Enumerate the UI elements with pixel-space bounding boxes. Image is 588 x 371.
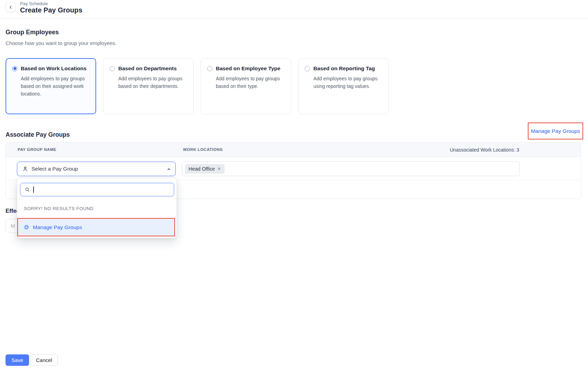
back-button[interactable] bbox=[6, 2, 16, 12]
caret-up-icon bbox=[167, 168, 171, 170]
unassociated-work-locations-count: Unassociated Work Locations: 3 bbox=[450, 147, 519, 153]
column-header-work-locations: WORK LOCATIONS bbox=[183, 147, 223, 152]
pay-group-dropdown: SORRY! NO RESULTS FOUND Manage Pay Group… bbox=[17, 178, 177, 238]
cancel-button[interactable]: Cancel bbox=[30, 354, 58, 366]
option-label: Based on Departments bbox=[118, 65, 177, 72]
option-label: Based on Employee Type bbox=[216, 65, 281, 72]
annotation-box-manage-pay-groups-option: Manage Pay Groups bbox=[17, 218, 175, 236]
annotation-box-manage-pay-groups-link: Manage Pay Groups bbox=[528, 123, 583, 139]
person-icon bbox=[22, 166, 28, 172]
header-divider bbox=[0, 18, 588, 19]
work-location-chip: Head Office bbox=[185, 164, 224, 174]
option-description: Add employees to pay groups using report… bbox=[313, 75, 382, 90]
save-button[interactable]: Save bbox=[6, 354, 29, 366]
column-header-pay-group-name: PAY GROUP NAME bbox=[18, 147, 56, 152]
associate-pay-groups-heading: Associate Pay Groups bbox=[6, 131, 70, 138]
gear-icon bbox=[24, 224, 29, 230]
table-header-row: PAY GROUP NAME WORK LOCATIONS Unassociat… bbox=[6, 143, 581, 157]
no-results-message: SORRY! NO RESULTS FOUND bbox=[24, 206, 93, 211]
work-locations-input[interactable]: Head Office bbox=[182, 161, 520, 176]
option-card-reporting-tag[interactable]: Based on Reporting Tag Add employees to … bbox=[298, 58, 389, 114]
grouping-options: Based on Work Locations Add employees to… bbox=[6, 58, 389, 114]
option-label: Based on Work Locations bbox=[21, 65, 86, 72]
breadcrumb: Pay Schedule bbox=[20, 1, 48, 6]
close-icon[interactable] bbox=[217, 167, 221, 171]
radio-work-locations[interactable] bbox=[12, 66, 17, 71]
search-icon bbox=[25, 187, 30, 192]
option-card-employee-type[interactable]: Based on Employee Type Add employees to … bbox=[201, 58, 291, 114]
option-label: Based on Reporting Tag bbox=[313, 65, 375, 72]
option-description: Add employees to pay groups based on the… bbox=[21, 75, 90, 98]
manage-pay-groups-option[interactable]: Manage Pay Groups bbox=[33, 224, 82, 230]
search-input[interactable] bbox=[20, 183, 174, 196]
group-employees-subtitle: Choose how you want to group your employ… bbox=[6, 40, 117, 46]
chevron-left-icon bbox=[8, 5, 13, 10]
page-title: Create Pay Groups bbox=[20, 6, 82, 14]
option-card-work-locations[interactable]: Based on Work Locations Add employees to… bbox=[6, 58, 96, 114]
radio-departments[interactable] bbox=[110, 66, 115, 71]
text-cursor bbox=[33, 187, 34, 193]
radio-employee-type[interactable] bbox=[207, 66, 212, 71]
pay-group-select-placeholder: Select a Pay Group bbox=[31, 166, 78, 172]
option-description: Add employees to pay groups based on the… bbox=[118, 75, 187, 90]
option-description: Add employees to pay groups based on the… bbox=[216, 75, 285, 90]
option-card-departments[interactable]: Based on Departments Add employees to pa… bbox=[103, 58, 194, 114]
chip-label: Head Office bbox=[189, 166, 215, 172]
radio-reporting-tag[interactable] bbox=[305, 66, 310, 71]
group-employees-heading: Group Employees bbox=[6, 29, 59, 36]
pay-group-select[interactable]: Select a Pay Group bbox=[17, 162, 176, 176]
effective-date-placeholder: M bbox=[11, 223, 15, 229]
manage-pay-groups-link[interactable]: Manage Pay Groups bbox=[531, 128, 580, 134]
